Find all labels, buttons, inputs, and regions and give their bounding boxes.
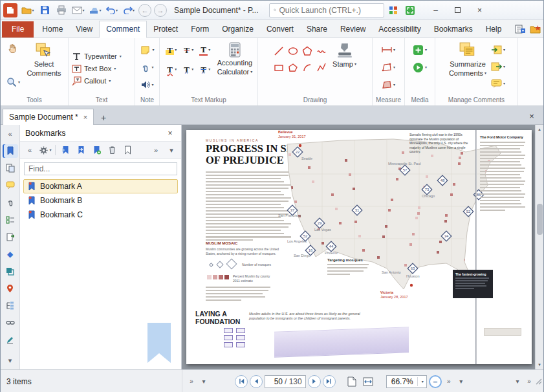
bookmarks-options-button[interactable]: ▾ bbox=[38, 143, 52, 157]
close-button[interactable]: × bbox=[470, 3, 490, 18]
import-comments-button[interactable]: ▾ bbox=[490, 43, 506, 57]
tab-review[interactable]: Review bbox=[334, 21, 372, 38]
hand-tool-button[interactable] bbox=[5, 41, 21, 56]
toolbar-overflow-down-button[interactable]: ▾ bbox=[199, 376, 209, 387]
first-page-button[interactable] bbox=[235, 375, 248, 388]
export-comments-button[interactable]: ▾ bbox=[490, 60, 506, 74]
text-box-button[interactable]: Text Box▾ bbox=[70, 63, 133, 75]
bookmark-item[interactable]: Bookmark B bbox=[23, 193, 178, 208]
maximize-button[interactable] bbox=[448, 3, 468, 18]
bookmarks-panel-close-button[interactable]: × bbox=[164, 127, 176, 139]
add-bookmark-button[interactable] bbox=[89, 143, 103, 157]
apps-icon[interactable] bbox=[386, 3, 401, 18]
email-button[interactable]: ▾ bbox=[71, 3, 86, 18]
tab-convert[interactable]: Convert bbox=[260, 21, 300, 38]
polygon-tool-button[interactable] bbox=[288, 63, 298, 73]
replace-text-button[interactable]: T▾ bbox=[199, 65, 210, 74]
bookmarks-find-input[interactable] bbox=[28, 164, 173, 173]
tab-view[interactable]: View bbox=[69, 21, 99, 38]
history-forward-button[interactable]: → bbox=[154, 4, 167, 17]
fields-panel-button[interactable] bbox=[3, 213, 18, 227]
strikeout-text-button[interactable]: T▾ bbox=[182, 45, 193, 55]
scrollbar-thumb[interactable] bbox=[537, 204, 543, 235]
next-page-button[interactable] bbox=[308, 375, 321, 388]
tab-bookmarks[interactable]: Bookmarks bbox=[428, 21, 479, 38]
sound-button[interactable]: ▾ bbox=[140, 78, 155, 92]
bookmarks-collapse-button[interactable]: « bbox=[23, 143, 37, 157]
document-tab-close-button[interactable]: × bbox=[83, 113, 87, 121]
thumbnails-panel-button[interactable] bbox=[3, 161, 18, 175]
loupe-tool-button[interactable]: ▾ bbox=[5, 75, 21, 89]
zoom-overflow-down-button[interactable]: ▾ bbox=[456, 376, 466, 387]
toolbar-overflow-left-button[interactable]: » bbox=[186, 376, 197, 387]
underline-text-button[interactable]: T▾ bbox=[199, 45, 210, 56]
delete-bookmark-button[interactable] bbox=[105, 143, 119, 157]
bookmark-item[interactable]: Bookmark C bbox=[23, 208, 178, 222]
export-panel-button[interactable] bbox=[3, 230, 18, 244]
bookmark-item[interactable]: Bookmark A bbox=[23, 179, 178, 193]
minimize-button[interactable]: – bbox=[426, 3, 446, 18]
new-tab-button[interactable]: + bbox=[96, 111, 111, 124]
zoom-level-box[interactable]: 66.7% ▾ bbox=[386, 375, 427, 388]
more-panels-button[interactable]: ▾ bbox=[3, 354, 18, 368]
add-media-button[interactable]: ▾ bbox=[412, 43, 428, 57]
tab-comment[interactable]: Comment bbox=[99, 21, 147, 38]
bookmark-properties-button[interactable] bbox=[120, 143, 135, 157]
new-document-icon[interactable] bbox=[345, 375, 359, 388]
new-child-bookmark-button[interactable] bbox=[74, 143, 88, 157]
area-tool-button[interactable]: ▾ bbox=[381, 78, 397, 92]
pentagon-tool-button[interactable] bbox=[302, 46, 312, 56]
tab-home[interactable]: Home bbox=[36, 21, 69, 38]
new-bookmark-button[interactable] bbox=[58, 143, 72, 157]
dock-down-button[interactable]: ▾ bbox=[512, 376, 523, 387]
select-comments-button[interactable]: Select Comments bbox=[25, 40, 63, 78]
bookmarks-find-box[interactable] bbox=[24, 162, 177, 175]
signatures-panel-button[interactable] bbox=[3, 333, 18, 347]
arc-tool-button[interactable] bbox=[302, 63, 312, 73]
distance-tool-button[interactable]: ▾ bbox=[381, 43, 397, 57]
page-number-input[interactable] bbox=[268, 377, 283, 386]
tab-file[interactable]: File bbox=[2, 21, 34, 38]
comment-styles-button[interactable]: ▾ bbox=[490, 76, 506, 91]
undo-button[interactable]: ▾ bbox=[104, 3, 120, 18]
history-back-button[interactable]: ← bbox=[138, 4, 151, 17]
stamp-button[interactable]: Stamp▾ bbox=[331, 40, 358, 70]
bookmarks-panel-button[interactable] bbox=[3, 144, 18, 158]
content-panel-button[interactable] bbox=[3, 265, 18, 279]
tab-organize[interactable]: Organize bbox=[215, 21, 260, 38]
typewriter-button[interactable]: Typewriter▾ bbox=[70, 50, 133, 63]
squiggly-underline-button[interactable]: T▾ bbox=[166, 65, 177, 74]
tab-protect[interactable]: Protect bbox=[147, 21, 184, 38]
structure-panel-button[interactable] bbox=[3, 299, 18, 313]
document-tab[interactable]: Sample Document * × bbox=[3, 109, 94, 125]
tab-share[interactable]: Share bbox=[300, 21, 334, 38]
comments-panel-button[interactable] bbox=[3, 179, 18, 193]
print-button[interactable] bbox=[54, 3, 69, 18]
tab-help[interactable]: Help bbox=[479, 21, 508, 38]
scroll-down-button[interactable]: ▾ bbox=[536, 360, 543, 369]
document-view[interactable]: MUSLIMS IN AMERICA PROGRESS IN SPITEOF P… bbox=[182, 125, 543, 369]
rectangle-tool-button[interactable] bbox=[274, 63, 284, 73]
launch-applications-icon[interactable] bbox=[512, 22, 528, 36]
perimeter-tool-button[interactable]: ▾ bbox=[381, 60, 397, 74]
open-button[interactable]: ▾ bbox=[20, 3, 36, 18]
save-button[interactable] bbox=[37, 3, 52, 18]
highlight-text-button[interactable]: T▾ bbox=[166, 45, 177, 55]
sticky-note-button[interactable]: ▾ bbox=[140, 43, 155, 57]
redo-button[interactable]: ▾ bbox=[121, 3, 136, 18]
destinations-panel-button[interactable] bbox=[3, 281, 18, 296]
polyline-tool-button[interactable] bbox=[316, 63, 327, 73]
play-media-button[interactable]: ▾ bbox=[412, 60, 428, 74]
fullscreen-button[interactable] bbox=[402, 3, 418, 18]
summarize-comments-button[interactable]: Summarize Comments▾ bbox=[447, 40, 488, 78]
vertical-scrollbar[interactable]: ▴ ▾ bbox=[535, 125, 543, 369]
scroll-up-button[interactable]: ▴ bbox=[536, 125, 543, 134]
app-logo-icon[interactable] bbox=[3, 3, 17, 17]
zoom-overflow-button[interactable]: » bbox=[444, 376, 454, 387]
attach-file-button[interactable]: ▾ bbox=[140, 60, 155, 74]
tab-accessibility[interactable]: Accessibility bbox=[372, 21, 427, 38]
squiggle-tool-button[interactable] bbox=[316, 46, 327, 56]
callout-button[interactable]: Callout▾ bbox=[70, 75, 133, 87]
dock-right-button[interactable]: » bbox=[524, 376, 534, 387]
collapse-panels-button[interactable]: « bbox=[3, 127, 18, 141]
